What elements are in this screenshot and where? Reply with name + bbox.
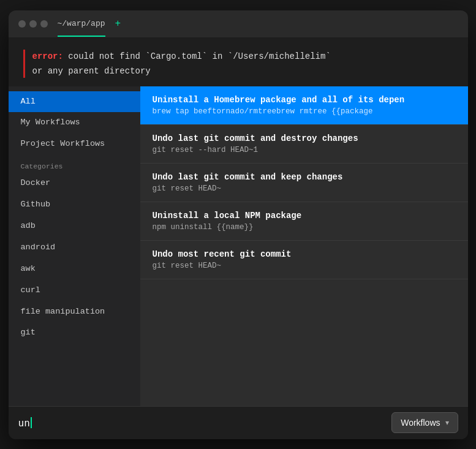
result-command-2: git reset HEAD~ <box>153 184 456 193</box>
categories-label: Categories <box>9 155 140 173</box>
sidebar-item-docker[interactable]: Docker <box>9 173 140 194</box>
workflow-sidebar: All My Workflows Project Workflows Categ… <box>9 86 140 406</box>
terminal-area: error: could not find `Cargo.toml` in `/… <box>9 37 468 406</box>
result-title-0: Uninstall a Homebrew package and all of … <box>153 95 456 105</box>
dot-minimize[interactable] <box>29 20 37 28</box>
sidebar-item-file-manipulation[interactable]: file manipulation <box>9 301 140 323</box>
error-block: error: could not find `Cargo.toml` in `/… <box>23 50 453 78</box>
sidebar-item-android[interactable]: android <box>9 237 140 258</box>
input-text: un <box>18 417 30 429</box>
workflow-results: Uninstall a Homebrew package and all of … <box>140 86 468 406</box>
workflow-dropdown: All My Workflows Project Workflows Categ… <box>9 86 468 406</box>
result-title-4: Undo most recent git commit <box>153 249 456 259</box>
result-command-3: npm uninstall {{name}} <box>153 223 456 232</box>
result-command-4: git reset HEAD~ <box>153 262 456 270</box>
sidebar-item-awk[interactable]: awk <box>9 258 140 280</box>
titlebar-path: ~/warp/app <box>58 19 105 28</box>
dot-maximize[interactable] <box>40 20 48 28</box>
error-message: could not find `Cargo.toml` in `/Users/m… <box>68 51 330 61</box>
result-command-1: git reset --hard HEAD~1 <box>153 146 456 154</box>
window-controls <box>18 20 48 28</box>
result-title-2: Undo last git commit and keep changes <box>153 172 456 182</box>
chevron-down-icon: ▾ <box>445 418 449 427</box>
titlebar: ~/warp/app + <box>9 10 468 37</box>
text-cursor <box>31 417 32 428</box>
sidebar-item-my-workflows[interactable]: My Workflows <box>9 112 140 134</box>
error-or: or any parent directory <box>32 66 151 76</box>
sidebar-item-project-workflows[interactable]: Project Workflows <box>9 134 140 155</box>
error-keyword: error: <box>32 51 63 61</box>
error-line-2: or any parent directory <box>32 64 453 78</box>
result-title-1: Undo last git commit and destroy changes <box>153 134 456 143</box>
result-item-3[interactable]: Uninstall a local NPM package npm uninst… <box>140 202 468 241</box>
workflows-label: Workflows <box>401 418 440 428</box>
sidebar-item-github[interactable]: Github <box>9 194 140 216</box>
new-tab-button[interactable]: + <box>115 18 121 29</box>
bottom-bar: un Workflows ▾ <box>9 406 468 439</box>
result-item-1[interactable]: Undo last git commit and destroy changes… <box>140 125 468 164</box>
sidebar-item-git[interactable]: git <box>9 322 140 344</box>
result-item-2[interactable]: Undo last git commit and keep changes gi… <box>140 164 468 202</box>
error-line-1: error: could not find `Cargo.toml` in `/… <box>32 50 453 63</box>
terminal-window: ~/warp/app + error: could not find `Carg… <box>9 10 468 439</box>
sidebar-item-all[interactable]: All <box>9 91 140 113</box>
result-item-4[interactable]: Undo most recent git commit git reset HE… <box>140 241 468 279</box>
dot-close[interactable] <box>18 20 26 28</box>
sidebar-item-adb[interactable]: adb <box>9 216 140 237</box>
sidebar-item-curl[interactable]: curl <box>9 280 140 301</box>
input-area[interactable]: un <box>18 417 392 429</box>
result-title-3: Uninstall a local NPM package <box>153 211 456 221</box>
result-command-0: brew tap beeftornado/rmtreebrew rmtree {… <box>153 107 456 116</box>
result-item-0[interactable]: Uninstall a Homebrew package and all of … <box>140 86 468 125</box>
workflows-button[interactable]: Workflows ▾ <box>391 412 458 433</box>
